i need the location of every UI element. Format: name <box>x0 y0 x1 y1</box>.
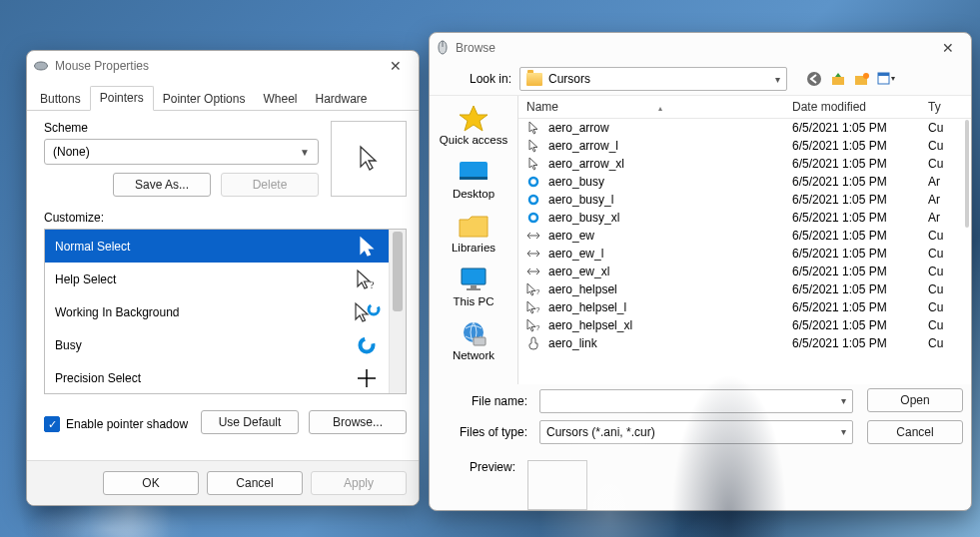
scrollbar[interactable] <box>389 230 406 393</box>
close-icon[interactable]: ✕ <box>931 40 965 56</box>
file-name: aero_ew <box>548 229 594 243</box>
cursor-preview-small <box>527 460 587 510</box>
view-menu-icon[interactable] <box>877 70 895 88</box>
svg-point-2 <box>369 304 379 314</box>
scrollbar[interactable] <box>965 120 969 369</box>
chevron-down-icon: ▼ <box>300 147 310 158</box>
file-name: aero_ew_l <box>548 247 603 261</box>
file-name: aero_ew_xl <box>548 265 609 278</box>
tab-pointer-options[interactable]: Pointer Options <box>154 88 255 111</box>
preview-label: Preview: <box>470 460 515 474</box>
customize-item[interactable]: Busy <box>45 328 406 361</box>
window-title: Mouse Properties <box>55 59 149 73</box>
ew-icon <box>526 265 540 278</box>
files-of-type-combobox[interactable]: Cursors (*.ani, *.cur) ▾ <box>539 420 853 444</box>
globe-icon <box>457 319 490 347</box>
column-type[interactable]: Ty <box>920 100 950 114</box>
file-row[interactable]: ?aero_helpsel_l6/5/2021 1:05 PMCu <box>518 298 971 316</box>
back-icon[interactable] <box>805 70 823 88</box>
file-row[interactable]: aero_busy6/5/2021 1:05 PMAr <box>518 173 971 191</box>
file-row[interactable]: aero_arrow_l6/5/2021 1:05 PMCu <box>518 137 971 155</box>
ring-icon <box>526 193 540 207</box>
arrow-icon <box>526 121 540 135</box>
cancel-button[interactable]: Cancel <box>867 420 963 444</box>
titlebar[interactable]: Browse ✕ <box>430 33 971 63</box>
ew-icon <box>526 229 540 243</box>
file-row[interactable]: aero_busy_xl6/5/2021 1:05 PMAr <box>518 209 971 227</box>
file-type: Cu <box>920 247 950 261</box>
use-default-button[interactable]: Use Default <box>201 410 299 434</box>
file-date: 6/5/2021 1:05 PM <box>784 157 920 171</box>
ring-icon <box>526 211 540 225</box>
svg-rect-13 <box>878 73 889 76</box>
file-type: Ar <box>920 211 950 225</box>
up-one-level-icon[interactable] <box>829 70 847 88</box>
places-quick-access[interactable]: Quick access <box>440 102 507 154</box>
new-folder-icon[interactable] <box>853 70 871 88</box>
file-type: Cu <box>920 229 950 243</box>
chevron-down-icon: ▾ <box>775 74 780 85</box>
titlebar[interactable]: Mouse Properties ✕ <box>27 51 419 81</box>
apply-button: Apply <box>311 471 407 495</box>
tab-wheel[interactable]: Wheel <box>254 88 306 111</box>
file-name-input[interactable]: ▾ <box>539 389 853 413</box>
file-row[interactable]: ?aero_helpsel6/5/2021 1:05 PMCu <box>518 280 971 298</box>
file-date: 6/5/2021 1:05 PM <box>784 265 920 278</box>
file-name: aero_arrow_xl <box>548 157 624 171</box>
file-type: Cu <box>920 300 950 314</box>
file-name: aero_helpsel_l <box>548 300 626 314</box>
enable-shadow-checkbox[interactable]: ✓ <box>44 416 60 432</box>
customize-item[interactable]: Normal Select <box>45 230 406 263</box>
file-listview[interactable]: Name▴ Date modified Ty aero_arrow6/5/202… <box>517 96 971 384</box>
customize-item[interactable]: Working In Background <box>45 295 406 328</box>
customize-item[interactable]: Precision Select <box>45 361 406 394</box>
file-type: Cu <box>920 265 950 278</box>
file-row[interactable]: aero_ew_l6/5/2021 1:05 PMCu <box>518 245 971 263</box>
file-row[interactable]: aero_arrow_xl6/5/2021 1:05 PMCu <box>518 155 971 173</box>
places-desktop[interactable]: Desktop <box>453 156 494 208</box>
window-title: Browse <box>456 41 495 55</box>
file-row[interactable]: aero_link6/5/2021 1:05 PMCu <box>518 334 971 352</box>
file-row[interactable]: ?aero_helpsel_xl6/5/2021 1:05 PMCu <box>518 316 971 334</box>
svg-text:?: ? <box>535 287 540 296</box>
close-icon[interactable]: ✕ <box>379 58 413 74</box>
arrow-help-icon: ? <box>526 318 540 332</box>
column-date[interactable]: Date modified <box>784 100 920 114</box>
svg-text:?: ? <box>535 323 540 332</box>
customize-list[interactable]: Normal SelectHelp Select?Working In Back… <box>44 229 407 394</box>
file-type: Cu <box>920 336 950 350</box>
file-row[interactable]: aero_ew6/5/2021 1:05 PMCu <box>518 227 971 245</box>
svg-point-21 <box>529 178 537 186</box>
file-row[interactable]: aero_busy_l6/5/2021 1:05 PMAr <box>518 191 971 209</box>
svg-rect-9 <box>832 77 844 85</box>
customize-item-label: Precision Select <box>55 371 141 385</box>
places-this-pc[interactable]: This PC <box>454 264 494 315</box>
svg-text:?: ? <box>535 305 540 314</box>
file-name-label: File name: <box>450 394 527 408</box>
file-name: aero_arrow_l <box>548 139 618 153</box>
files-of-type-label: Files of type: <box>450 425 527 439</box>
look-in-combobox[interactable]: Cursors ▾ <box>519 67 787 91</box>
file-type: Cu <box>920 318 950 332</box>
svg-rect-15 <box>460 177 488 180</box>
places-network[interactable]: Network <box>453 317 494 369</box>
file-row[interactable]: aero_arrow6/5/2021 1:05 PMCu <box>518 119 971 137</box>
open-button[interactable]: Open <box>867 388 963 412</box>
folder-icon <box>457 212 490 240</box>
listview-header[interactable]: Name▴ Date modified Ty <box>518 96 971 119</box>
file-date: 6/5/2021 1:05 PM <box>784 121 920 135</box>
column-name[interactable]: Name▴ <box>518 100 784 114</box>
save-as-button[interactable]: Save As... <box>113 173 211 197</box>
cancel-button[interactable]: Cancel <box>207 471 303 495</box>
scheme-combobox[interactable]: (None) ▼ <box>44 139 319 165</box>
file-name: aero_busy <box>548 175 604 189</box>
browse-button[interactable]: Browse... <box>309 410 407 434</box>
ok-button[interactable]: OK <box>103 471 199 495</box>
tab-hardware[interactable]: Hardware <box>306 88 376 111</box>
customize-item[interactable]: Help Select? <box>45 263 406 295</box>
file-row[interactable]: aero_ew_xl6/5/2021 1:05 PMCu <box>518 263 971 280</box>
places-libraries[interactable]: Libraries <box>452 210 495 262</box>
tab-buttons[interactable]: Buttons <box>31 88 90 111</box>
file-date: 6/5/2021 1:05 PM <box>784 318 920 332</box>
tab-pointers[interactable]: Pointers <box>90 86 154 111</box>
